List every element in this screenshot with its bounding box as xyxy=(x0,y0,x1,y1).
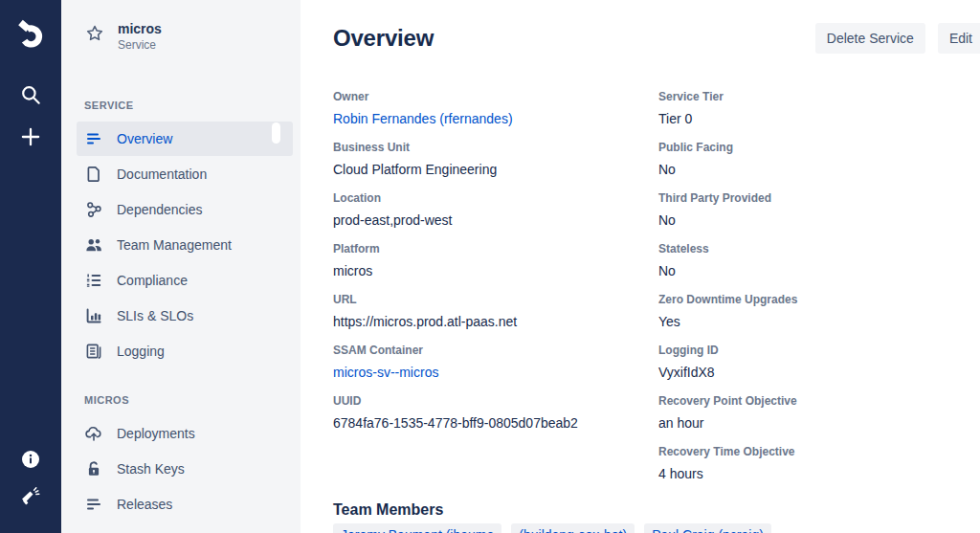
section-heading: SERVICE xyxy=(61,99,301,112)
info-icon[interactable] xyxy=(21,450,40,469)
field-label: UUID xyxy=(333,394,658,409)
sidebar-item-slis-slos[interactable]: SLIs & SLOs xyxy=(77,299,293,333)
sidebar-item-label: Logging xyxy=(117,344,165,359)
announcements-megaphone-icon[interactable] xyxy=(19,485,42,508)
ssam-container-link[interactable]: micros-sv--micros xyxy=(333,363,438,382)
people-group-icon xyxy=(84,235,103,255)
field-label: Location xyxy=(333,191,658,206)
field-label: URL xyxy=(333,293,658,307)
sidebar-item-deployments[interactable]: Deployments xyxy=(77,416,293,451)
favorite-star-icon[interactable] xyxy=(84,23,105,44)
sidebar-scrollbar-thumb[interactable] xyxy=(272,122,280,144)
field-value: prod-east,prod-west xyxy=(333,211,658,230)
log-document-icon xyxy=(84,342,103,361)
sidebar-item-label: SLIs & SLOs xyxy=(117,308,193,323)
padlock-icon xyxy=(84,459,103,478)
field-value: micros xyxy=(333,261,658,280)
sidebar-item-overview[interactable]: Overview xyxy=(77,122,293,156)
sidebar-item-stash-keys[interactable]: Stash Keys xyxy=(77,452,293,486)
section-heading: MICROS xyxy=(61,393,301,407)
field-value: VyxifIdX8 xyxy=(658,363,980,382)
sidebar-item-releases[interactable]: Releases xyxy=(77,487,293,522)
field-value: 6784fa76-1535-4778-bff9-0805d07beab2 xyxy=(333,413,658,433)
field-label: Public Facing xyxy=(658,141,980,155)
details-column-right: Service Tier Tier 0 Public Facing No Thi… xyxy=(658,90,980,496)
field-value: No xyxy=(658,211,980,230)
field-label: Owner xyxy=(333,90,658,104)
team-member-chip[interactable]: Jeremy Baument (jbaume xyxy=(333,523,501,533)
field-zero-downtime-upgrades: Zero Downtime Upgrades Yes xyxy=(658,293,980,331)
service-title-block: micros Service xyxy=(118,21,162,53)
field-owner: Owner Robin Fernandes (rfernandes) xyxy=(333,90,658,128)
sidebar-section-service: SERVICE Overview Documentation xyxy=(61,99,301,368)
sidebar-item-documentation[interactable]: Documentation xyxy=(77,157,293,191)
sidebar-item-logging[interactable]: Logging xyxy=(77,334,293,368)
sidebar-item-compliance[interactable]: Compliance xyxy=(77,263,293,298)
sidebar-item-label: Documentation xyxy=(117,167,207,182)
field-logging-id: Logging ID VyxifIdX8 xyxy=(658,344,980,382)
field-value: https://micros.prod.atl-paas.net xyxy=(333,312,658,331)
global-navigation-rail xyxy=(0,0,61,533)
field-value: Cloud Platform Engineering xyxy=(333,160,658,179)
team-member-chip[interactable]: (buildeng-sox-bot) xyxy=(511,523,635,533)
sidebar-item-label: Dependencies xyxy=(117,202,203,217)
field-public-facing: Public Facing No xyxy=(658,141,980,179)
field-value: No xyxy=(658,261,980,280)
sidebar-item-label: Stash Keys xyxy=(117,461,185,477)
field-value: Tier 0 xyxy=(658,109,980,128)
field-value: Yes xyxy=(658,312,980,331)
field-platform: Platform micros xyxy=(333,242,658,280)
field-label: Recovery Time Objective xyxy=(658,445,980,459)
field-label: Service Tier xyxy=(658,90,980,104)
field-third-party-provided: Third Party Provided No xyxy=(658,191,980,230)
team-members-heading: Team Members xyxy=(333,500,980,520)
bar-chart-icon xyxy=(84,306,103,325)
cloud-upload-icon xyxy=(84,424,103,443)
sidebar-item-team-management[interactable]: Team Management xyxy=(77,228,293,262)
search-icon[interactable] xyxy=(18,82,43,107)
page-header: Overview Delete Service Edit xyxy=(333,23,980,54)
sidebar-item-label: Releases xyxy=(117,497,172,512)
ordered-list-icon xyxy=(84,271,103,290)
page-actions: Delete Service Edit xyxy=(815,23,980,54)
field-recovery-time-objective: Recovery Time Objective 4 hours xyxy=(658,445,980,483)
owner-link[interactable]: Robin Fernandes (rfernandes) xyxy=(333,109,513,128)
create-plus-icon[interactable] xyxy=(18,124,43,149)
field-value: an hour xyxy=(658,413,980,433)
field-label: Platform xyxy=(333,242,658,256)
field-location: Location prod-east,prod-west xyxy=(333,191,658,230)
team-member-chip[interactable]: Paul Craig (pcraig) xyxy=(644,523,771,533)
field-label: Logging ID xyxy=(658,344,980,358)
sidebar-item-label: Compliance xyxy=(117,273,188,288)
sidebar-item-dependencies[interactable]: Dependencies xyxy=(77,192,293,227)
field-ssam-container: SSAM Container micros-sv--micros xyxy=(333,344,658,382)
field-label: Zero Downtime Upgrades xyxy=(658,293,980,307)
details-column-left: Owner Robin Fernandes (rfernandes) Busin… xyxy=(333,90,658,496)
release-lines-icon xyxy=(84,495,103,514)
overview-page: Overview Delete Service Edit Owner Robin… xyxy=(301,0,980,533)
delete-service-button[interactable]: Delete Service xyxy=(815,23,925,54)
team-members-list: Jeremy Baument (jbaume (buildeng-sox-bot… xyxy=(333,523,980,533)
sidebar-item-label: Team Management xyxy=(117,237,232,253)
document-page-icon xyxy=(84,165,103,184)
sidebar-item-label: Overview xyxy=(117,131,172,146)
app-logo-icon[interactable] xyxy=(13,17,48,52)
service-header: micros Service xyxy=(61,21,301,53)
sidebar-item-label: Deployments xyxy=(117,426,195,441)
field-label: Third Party Provided xyxy=(658,191,980,206)
linked-nodes-icon xyxy=(84,200,103,219)
field-url: URL https://micros.prod.atl-paas.net xyxy=(333,293,658,331)
field-value: No xyxy=(658,160,980,179)
edit-button[interactable]: Edit xyxy=(938,23,980,54)
service-sidebar: micros Service SERVICE Overview Docume xyxy=(61,0,301,533)
field-recovery-point-objective: Recovery Point Objective an hour xyxy=(658,394,980,433)
overview-lines-icon xyxy=(84,129,103,148)
service-name: micros xyxy=(118,21,162,37)
field-value: 4 hours xyxy=(658,464,980,483)
field-service-tier: Service Tier Tier 0 xyxy=(658,90,980,128)
field-label: Recovery Point Objective xyxy=(658,394,980,409)
team-members-section: Team Members Jeremy Baument (jbaume (bui… xyxy=(333,500,980,533)
sidebar-section-micros: MICROS Deployments Stash Keys xyxy=(61,393,301,522)
page-title: Overview xyxy=(333,25,434,52)
field-label: Business Unit xyxy=(333,141,658,155)
